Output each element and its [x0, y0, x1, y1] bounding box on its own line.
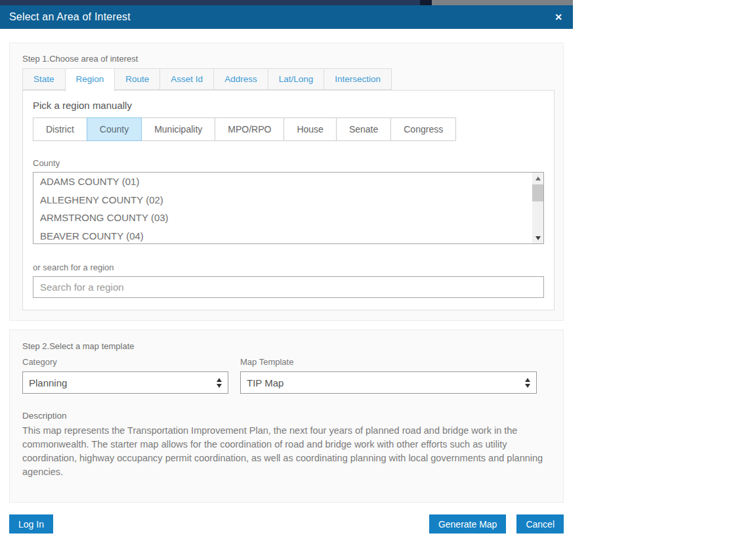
region-tab-content: Pick a region manually District County M…	[22, 90, 555, 310]
region-type-house[interactable]: House	[284, 117, 336, 141]
category-label: Category	[22, 357, 228, 367]
dialog-footer: Log In Generate Map Cancel	[9, 514, 564, 534]
region-type-button-group: District County Municipality MPO/RPO Hou…	[33, 117, 543, 141]
footer-action-group: Generate Map Cancel	[429, 514, 564, 534]
tab-asset-id[interactable]: Asset Id	[159, 68, 214, 90]
cancel-button[interactable]: Cancel	[516, 514, 564, 534]
map-template-selected-value: TIP Map	[247, 377, 525, 388]
step1-heading: Step 1.Choose area of interest	[22, 54, 553, 64]
region-type-district[interactable]: District	[33, 117, 87, 141]
county-option-armstrong[interactable]: ARMSTRONG COUNTY (03)	[33, 209, 543, 227]
page-backdrop-strip	[0, 0, 573, 5]
map-template-column: Map Template TIP Map	[240, 357, 537, 394]
map-template-select[interactable]: TIP Map	[240, 371, 537, 394]
select-spinner-icon	[217, 378, 222, 388]
county-listbox[interactable]: ADAMS COUNTY (01) ALLEGHENY COUNTY (02) …	[33, 172, 544, 244]
county-list-scrollbar[interactable]	[532, 173, 543, 243]
region-type-senate[interactable]: Senate	[336, 117, 391, 141]
log-in-button[interactable]: Log In	[9, 514, 53, 534]
description-text: This map represents the Transportation I…	[22, 424, 555, 479]
tab-state[interactable]: State	[22, 68, 66, 90]
dialog-title: Select an Area of Interest	[9, 11, 131, 23]
region-type-municipality[interactable]: Municipality	[141, 117, 215, 141]
county-option-beaver[interactable]: BEAVER COUNTY (04)	[33, 227, 543, 245]
tab-address[interactable]: Address	[213, 68, 268, 90]
backdrop-gray-bar	[432, 0, 573, 5]
tab-lat-long[interactable]: Lat/Long	[268, 68, 325, 90]
category-select[interactable]: Planning	[22, 371, 228, 394]
search-region-input[interactable]	[33, 276, 544, 298]
scrollbar-thumb[interactable]	[532, 184, 543, 201]
up-arrow-icon	[536, 177, 541, 180]
region-type-county[interactable]: County	[87, 117, 142, 141]
generate-map-button[interactable]: Generate Map	[429, 514, 507, 534]
map-template-label: Map Template	[240, 357, 537, 367]
tab-intersection[interactable]: Intersection	[324, 68, 392, 90]
area-type-tabs: State Region Route Asset Id Address Lat/…	[22, 68, 553, 90]
template-select-row: Category Planning Map Template TIP Map	[22, 357, 553, 394]
step2-heading: Step 2.Select a map template	[22, 341, 553, 351]
backdrop-navy-bar	[0, 0, 420, 5]
step1-panel: Step 1.Choose area of interest State Reg…	[9, 43, 564, 321]
dialog-header: Select an Area of Interest ✕	[0, 5, 573, 29]
close-icon[interactable]: ✕	[555, 12, 562, 22]
step2-panel: Step 2.Select a map template Category Pl…	[9, 329, 564, 503]
county-option-adams[interactable]: ADAMS COUNTY (01)	[33, 173, 543, 191]
region-type-mpo-rpo[interactable]: MPO/RPO	[215, 117, 284, 141]
tab-region[interactable]: Region	[65, 68, 116, 92]
select-area-of-interest-dialog: Select an Area of Interest ✕ Step 1.Choo…	[0, 5, 573, 544]
down-arrow-icon	[536, 236, 541, 240]
select-spinner-icon	[525, 378, 530, 388]
description-label: Description	[22, 411, 553, 421]
category-selected-value: Planning	[29, 377, 217, 388]
scroll-down-icon[interactable]	[532, 232, 543, 243]
scroll-up-icon[interactable]	[532, 173, 543, 184]
county-list-label: County	[33, 158, 543, 168]
category-column: Category Planning	[22, 357, 228, 394]
pick-region-label: Pick a region manually	[33, 100, 543, 111]
county-option-allegheny[interactable]: ALLEGHENY COUNTY (02)	[33, 191, 543, 209]
search-region-label: or search for a region	[33, 262, 543, 272]
region-type-congress[interactable]: Congress	[390, 117, 456, 141]
tab-route[interactable]: Route	[114, 68, 160, 90]
